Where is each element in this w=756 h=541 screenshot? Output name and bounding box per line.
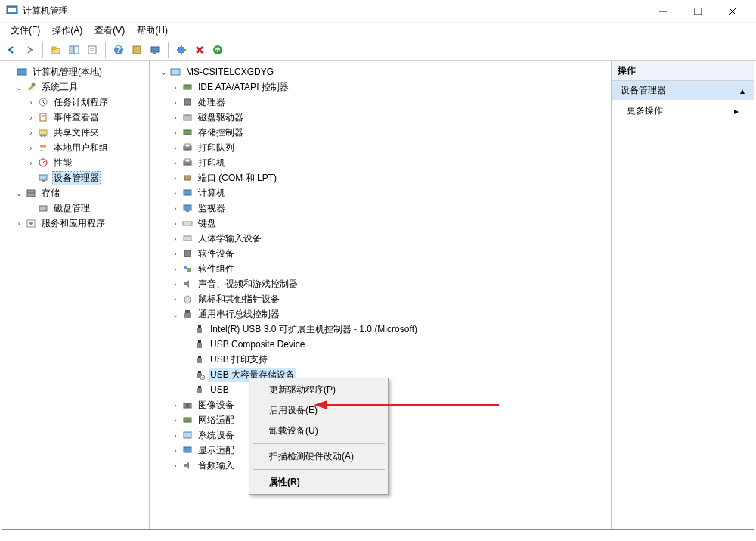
svg-rect-54 bbox=[186, 210, 189, 212]
ctx-properties[interactable]: 属性(R) bbox=[251, 472, 386, 493]
more-actions[interactable]: 更多操作 ▸ bbox=[612, 100, 754, 122]
device-usb-print-support[interactable]: USB 打印支持 bbox=[151, 352, 609, 367]
device-root[interactable]: ⌄ MS-CSITELCXGDYG bbox=[151, 64, 609, 79]
services-icon bbox=[25, 217, 37, 229]
device-processors[interactable]: ›处理器 bbox=[151, 95, 609, 110]
svg-point-31 bbox=[43, 145, 46, 148]
collapse-icon[interactable]: ⌄ bbox=[157, 68, 169, 76]
tree-task-scheduler[interactable]: › 任务计划程序 bbox=[4, 95, 147, 110]
expand-icon[interactable]: › bbox=[13, 219, 25, 228]
tree-disk-mgmt[interactable]: 磁盘管理 bbox=[4, 201, 147, 216]
forward-button[interactable] bbox=[21, 42, 38, 58]
tree-local-users[interactable]: › 本地用户和组 bbox=[4, 140, 147, 155]
device-usb-intel[interactable]: Intel(R) USB 3.0 可扩展主机控制器 - 1.0 (Microso… bbox=[151, 322, 609, 337]
device-usb-controllers[interactable]: ⌄通用串行总线控制器 bbox=[151, 306, 609, 322]
device-sound-video[interactable]: ›声音、视频和游戏控制器 bbox=[151, 276, 609, 291]
monitor-icon bbox=[181, 202, 194, 214]
ctx-separator bbox=[253, 443, 385, 444]
tools-icon bbox=[25, 81, 37, 93]
ctx-scan-hardware[interactable]: 扫描检测硬件改动(A) bbox=[251, 446, 386, 467]
usb-icon bbox=[181, 308, 194, 320]
close-button[interactable] bbox=[715, 0, 750, 23]
tree-services-apps[interactable]: › 服务和应用程序 bbox=[4, 216, 147, 231]
scan-hardware-button[interactable] bbox=[173, 42, 190, 58]
mouse-icon bbox=[181, 293, 194, 305]
device-printers[interactable]: ›打印机 bbox=[151, 155, 609, 170]
up-button[interactable] bbox=[48, 42, 64, 58]
svg-point-29 bbox=[43, 134, 46, 137]
hid-icon bbox=[181, 232, 194, 244]
tree-device-manager[interactable]: 设备管理器 bbox=[4, 170, 147, 185]
tree-performance[interactable]: › 性能 bbox=[4, 155, 147, 170]
device-usb-composite[interactable]: USB Composite Device bbox=[151, 337, 609, 352]
minimize-button[interactable] bbox=[646, 0, 680, 23]
svg-rect-17 bbox=[153, 52, 156, 54]
svg-rect-42 bbox=[171, 69, 180, 75]
console-tree-panel[interactable]: 计算机管理(本地) ⌄ 系统工具 › 任务计划程序 › 事件查看器 › 共享文件… bbox=[2, 61, 150, 529]
svg-rect-3 bbox=[694, 8, 702, 15]
menu-file[interactable]: 文件(F) bbox=[5, 23, 46, 39]
collapse-icon[interactable]: ⌄ bbox=[13, 83, 25, 92]
expand-icon[interactable]: › bbox=[25, 159, 37, 167]
collapse-icon[interactable]: ⌄ bbox=[13, 189, 25, 197]
svg-text:?: ? bbox=[116, 45, 121, 55]
svg-rect-16 bbox=[151, 47, 159, 52]
clock-icon bbox=[37, 96, 49, 108]
device-software-devices[interactable]: ›软件设备 bbox=[151, 246, 609, 261]
svg-rect-66 bbox=[197, 343, 202, 348]
ctx-uninstall-device[interactable]: 卸载设备(U) bbox=[251, 421, 386, 441]
help-button[interactable]: ? bbox=[110, 42, 127, 58]
tree-system-tools[interactable]: ⌄ 系统工具 bbox=[4, 79, 147, 95]
monitor-button[interactable] bbox=[147, 42, 163, 58]
tree-event-viewer[interactable]: › 事件查看器 bbox=[4, 110, 147, 125]
device-print-queues[interactable]: ›打印队列 bbox=[151, 140, 609, 155]
actions-header: 操作 bbox=[612, 61, 754, 81]
device-hid[interactable]: ›人体学输入设备 bbox=[151, 231, 609, 246]
chevron-right-icon: ▸ bbox=[734, 106, 739, 117]
svg-rect-43 bbox=[184, 85, 191, 89]
menu-view[interactable]: 查看(V) bbox=[88, 23, 131, 39]
svg-point-75 bbox=[186, 404, 189, 407]
device-disk-drives[interactable]: ›磁盘驱动器 bbox=[151, 110, 609, 125]
ctx-update-driver[interactable]: 更新驱动程序(P) bbox=[251, 380, 386, 400]
expand-icon[interactable]: › bbox=[25, 129, 37, 137]
expand-icon[interactable]: › bbox=[25, 113, 37, 122]
back-button[interactable] bbox=[3, 42, 20, 58]
ctx-enable-device[interactable]: 启用设备(E) bbox=[251, 400, 386, 421]
svg-point-60 bbox=[184, 296, 191, 303]
disable-button[interactable] bbox=[191, 42, 208, 58]
menu-help[interactable]: 帮助(H) bbox=[131, 23, 174, 39]
collapse-triangle-icon[interactable]: ▴ bbox=[740, 86, 745, 96]
properties-sheet-button[interactable] bbox=[84, 42, 101, 58]
device-ide-ata[interactable]: ›IDE ATA/ATAPI 控制器 bbox=[151, 79, 609, 95]
device-keyboards[interactable]: ›键盘 bbox=[151, 216, 609, 231]
actions-section[interactable]: 设备管理器 ▴ bbox=[612, 81, 754, 100]
usb-plug-disabled-icon bbox=[194, 368, 206, 381]
share-icon bbox=[37, 126, 49, 138]
list-button[interactable] bbox=[129, 42, 145, 58]
enable-button[interactable] bbox=[209, 42, 226, 58]
menu-action[interactable]: 操作(A) bbox=[46, 23, 88, 39]
device-mice[interactable]: ›鼠标和其他指针设备 bbox=[151, 291, 609, 306]
tree-storage[interactable]: ⌄ 存储 bbox=[4, 185, 147, 201]
svg-rect-34 bbox=[42, 180, 45, 182]
expand-icon[interactable]: › bbox=[25, 98, 37, 107]
device-computer[interactable]: ›计算机 bbox=[151, 185, 609, 201]
expand-icon[interactable]: › bbox=[25, 144, 37, 152]
maximize-button[interactable] bbox=[680, 0, 715, 23]
svg-rect-76 bbox=[184, 418, 191, 422]
collapse-icon[interactable]: ⌄ bbox=[169, 310, 181, 319]
show-hide-tree-button[interactable] bbox=[66, 42, 82, 58]
svg-rect-68 bbox=[197, 358, 202, 363]
device-ports[interactable]: ›端口 (COM 和 LPT) bbox=[151, 170, 609, 185]
device-monitors[interactable]: ›监视器 bbox=[151, 201, 609, 216]
svg-rect-78 bbox=[184, 447, 191, 452]
tree-root[interactable]: 计算机管理(本地) bbox=[4, 64, 147, 79]
device-storage-ctrl[interactable]: ›存储控制器 bbox=[151, 125, 609, 140]
usb-plug-icon bbox=[194, 323, 206, 335]
tree-shared-folders[interactable]: › 共享文件夹 bbox=[4, 125, 147, 140]
network-icon bbox=[181, 414, 194, 426]
device-software-components[interactable]: ›软件组件 bbox=[151, 261, 609, 276]
svg-rect-73 bbox=[197, 388, 202, 393]
usb-plug-icon bbox=[194, 338, 206, 350]
